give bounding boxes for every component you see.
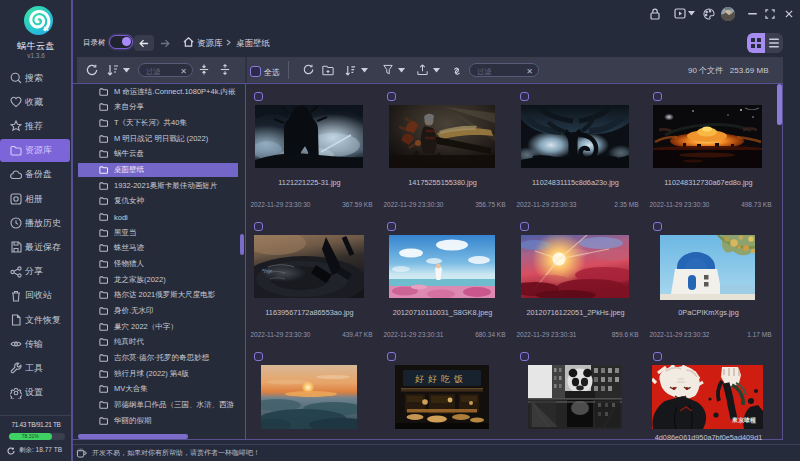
svg-text:東京喰種: 東京喰種 [731,416,756,424]
svg-text:好好吃饭: 好好吃饭 [415,374,467,384]
svg-text:*/>|<: */>|< [262,268,273,274]
